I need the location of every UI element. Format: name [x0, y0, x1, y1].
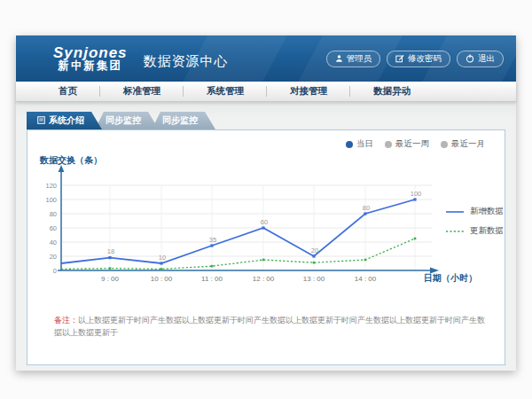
company-logo: Synjones 新中新集团: [53, 45, 128, 73]
document-icon: [37, 116, 45, 126]
nav-item-2[interactable]: 系统管理: [184, 82, 267, 101]
app-header: Synjones 新中新集团 数据资源中心 管理员 修改密码: [16, 35, 516, 82]
nav-item-3[interactable]: 对接管理: [267, 82, 350, 101]
svg-text:20: 20: [311, 246, 318, 254]
legend-item-0: 新增数据: [445, 206, 504, 217]
svg-text:80: 80: [50, 210, 57, 218]
power-icon: [466, 54, 474, 63]
app-window: Synjones 新中新集团 数据资源中心 管理员 修改密码: [16, 35, 516, 371]
filter-radio-0[interactable]: 当日: [346, 138, 373, 150]
footnote-text: 以上数据更新于时间产生数据以上数据更新于时间产生数据以上数据更新于时间产生数据以…: [54, 316, 485, 337]
nav-item-4[interactable]: 数据异动: [350, 82, 434, 101]
change-password-label: 修改密码: [408, 53, 442, 65]
filter-radio-1[interactable]: 最近一周: [385, 138, 429, 150]
current-user-label: 管理员: [347, 53, 372, 65]
svg-text:80: 80: [363, 204, 370, 212]
edit-icon: [395, 54, 404, 63]
svg-text:0: 0: [53, 267, 57, 275]
svg-text:9 : 00: 9 : 00: [101, 275, 120, 283]
svg-text:11 : 00: 11 : 00: [201, 275, 223, 283]
footnote: 备注：以上数据更新于时间产生数据以上数据更新于时间产生数据以上数据更新于时间产生…: [54, 315, 490, 339]
svg-text:100: 100: [45, 196, 57, 204]
user-toolbar: 管理员 修改密码 退出: [326, 51, 505, 67]
filter-radio-label: 最近一月: [451, 138, 485, 150]
current-user-button[interactable]: 管理员: [326, 51, 381, 67]
svg-text:60: 60: [261, 218, 268, 226]
tab-0[interactable]: 系统介绍: [27, 112, 102, 129]
page-title: 数据资源中心: [144, 53, 229, 70]
svg-text:13 : 00: 13 : 00: [303, 275, 325, 283]
main-nav: 首页标准管理系统管理对接管理数据异动: [16, 82, 516, 102]
tab-2[interactable]: 同步监控: [152, 112, 215, 129]
time-range-filter: 当日最近一周最近一月: [346, 138, 485, 150]
tab-label: 同步监控: [106, 114, 141, 127]
change-password-button[interactable]: 修改密码: [387, 51, 450, 67]
tab-1[interactable]: 同步监控: [95, 112, 159, 129]
logo-brand-name: Synjones: [53, 45, 128, 61]
tab-label: 同步监控: [162, 114, 198, 127]
svg-text:40: 40: [50, 239, 57, 246]
svg-text:14 : 00: 14 : 00: [355, 275, 377, 283]
nav-item-0[interactable]: 首页: [35, 82, 100, 101]
data-exchange-line-chart: 0204060801001209 : 0010 : 0011 : 0012 : …: [36, 165, 444, 293]
legend-line-sample: [445, 209, 465, 215]
logo-company-name: 新中新集团: [53, 60, 128, 72]
svg-text:35: 35: [209, 236, 216, 244]
svg-text:120: 120: [45, 182, 57, 190]
chart-legend: 新增数据更新数据: [445, 206, 504, 237]
svg-text:10 : 00: 10 : 00: [151, 275, 173, 283]
svg-text:18: 18: [107, 247, 114, 255]
svg-text:100: 100: [411, 190, 422, 198]
legend-line-sample: [445, 229, 465, 234]
logout-button[interactable]: 退出: [457, 51, 504, 67]
svg-text:10: 10: [159, 254, 166, 262]
tabs-row: 系统介绍同步监控同步监控: [27, 112, 208, 129]
radio-unselected-icon: [385, 141, 392, 148]
filter-radio-label: 最近一周: [395, 138, 429, 150]
nav-item-1[interactable]: 标准管理: [100, 82, 184, 101]
logout-label: 退出: [478, 53, 495, 65]
svg-text:20: 20: [50, 253, 57, 261]
filter-radio-2[interactable]: 最近一月: [441, 138, 485, 150]
radio-selected-icon: [346, 141, 353, 148]
svg-text:12 : 00: 12 : 00: [253, 275, 275, 283]
radio-unselected-icon: [441, 141, 448, 148]
stage: Synjones 新中新集团 数据资源中心 管理员 修改密码: [0, 0, 532, 399]
svg-text:60: 60: [50, 224, 57, 232]
filter-radio-label: 当日: [356, 138, 373, 150]
content-area: 系统介绍同步监控同步监控 当日最近一周最近一月 数据交换（条） 02040608…: [16, 102, 516, 371]
chart-panel: 当日最近一周最近一月 数据交换（条） 0204060801001209 : 00…: [27, 129, 505, 365]
user-icon: [335, 54, 343, 63]
legend-item-1: 更新数据: [445, 225, 504, 237]
tab-label: 系统介绍: [49, 114, 84, 127]
x-axis-title: 日期（小时）: [424, 272, 477, 285]
legend-label: 更新数据: [470, 225, 504, 237]
legend-label: 新增数据: [470, 206, 504, 217]
footnote-prefix: 备注：: [54, 316, 78, 325]
